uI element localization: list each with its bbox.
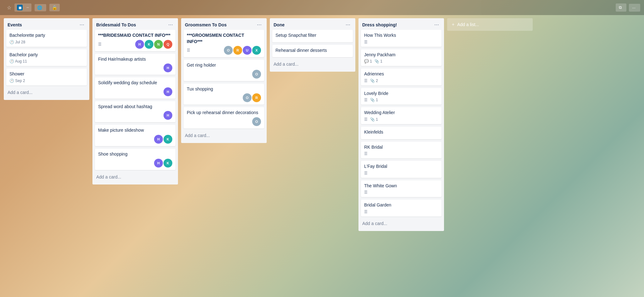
card-dr3[interactable]: Adriennes☰📎 2 <box>361 69 441 85</box>
card-b1[interactable]: ***BRIDESMAID CONTACT INFO***☰HKNQ <box>95 30 175 51</box>
card-e3[interactable]: Shower🕐 Sep 2 <box>6 69 87 85</box>
list-bridesmaid: Bridesmaid To Dos···***BRIDESMAID CONTAC… <box>92 18 178 184</box>
add-card-bridesmaid[interactable]: Add a card... <box>94 173 177 182</box>
copy-board-button[interactable]: ⧉ <box>616 3 626 12</box>
card-meta-g4: O <box>187 117 261 126</box>
card-title-b5: Make picture slideshow <box>98 127 172 134</box>
card-title-dr4: Lovely Bride <box>364 91 438 97</box>
card-d2[interactable]: Rehearsal dinner desserts <box>272 45 353 58</box>
list-cards-groomsmen: ***GROOMSMEN CONTACT INFO***☰ORUXGet rin… <box>181 30 267 131</box>
card-g3[interactable]: Tux shoppingOR <box>184 84 264 105</box>
list-cards-dress: How This Works☰Jenny Packham💬 1📎 1Adrien… <box>358 30 444 219</box>
card-meta-dr3: ☰📎 2 <box>364 79 438 83</box>
list-menu-bridesmaid[interactable]: ··· <box>167 21 174 28</box>
card-title-b6: Shoe shopping <box>98 151 172 157</box>
desc-icon-dr10: ☰ <box>364 210 368 214</box>
avatar-gr1: O <box>224 46 233 55</box>
card-b2[interactable]: Find Hair/makeup artistsH <box>95 54 175 75</box>
list-header-dress: Dress shopping!··· <box>358 18 444 30</box>
card-dr2[interactable]: Jenny Packham💬 1📎 1 <box>361 49 441 66</box>
card-dr4[interactable]: Lovely Bride☰📎 1 <box>361 88 441 105</box>
avatars-g4: O <box>252 117 261 126</box>
card-title-dr7: RK Bridal <box>364 144 438 151</box>
card-meta-e3: 🕐 Sep 2 <box>9 79 84 83</box>
card-title-b1: ***BRIDESMAID CONTACT INFO*** <box>98 32 172 39</box>
list-header-done: Done··· <box>270 18 355 30</box>
card-title-dr8: L'Fay Bridal <box>364 163 438 170</box>
card-title-e1: Bachelorette party <box>9 32 84 39</box>
card-dr6[interactable]: Kleinfelds <box>361 127 441 139</box>
card-g2[interactable]: Get ring holderO <box>184 60 264 81</box>
card-g1[interactable]: ***GROOMSMEN CONTACT INFO***☰ORUX <box>184 30 264 57</box>
card-e2[interactable]: Bachelor party🕐 Aug 11 <box>6 49 87 66</box>
card-title-b2: Find Hair/makeup artists <box>98 56 172 63</box>
card-meta-b1: ☰HKNQ <box>98 40 172 49</box>
card-title-b3: Solidify wedding day schedule <box>98 80 172 86</box>
show-menu-button[interactable]: ··· <box>629 4 640 12</box>
card-b4[interactable]: Spread word about hashtagH <box>95 101 175 123</box>
card-title-b4: Spread word about hashtag <box>98 104 172 110</box>
card-title-dr1: How This Works <box>364 32 438 39</box>
card-title-d2: Rehearsal dinner desserts <box>275 47 350 54</box>
header-actions: ⧉ ··· <box>616 3 640 12</box>
list-header-events: Events··· <box>4 18 89 30</box>
avatar-br1: H <box>135 40 144 49</box>
avatars-b6: HK <box>154 159 172 168</box>
add-card-dress[interactable]: Add a card... <box>360 219 443 228</box>
avatars-g2: O <box>252 70 261 79</box>
workspace-badge[interactable]: ▦ <box>14 3 31 12</box>
list-menu-done[interactable]: ··· <box>344 21 352 28</box>
card-date-e1: 🕐 Jul 28 <box>9 40 25 44</box>
card-meta-dr4: ☰📎 1 <box>364 98 438 102</box>
add-card-events[interactable]: Add a card... <box>5 88 88 97</box>
list-title-events: Events <box>8 22 78 27</box>
card-meta-dr2: 💬 1📎 1 <box>364 59 438 63</box>
card-meta-e2: 🕐 Aug 11 <box>9 59 84 63</box>
card-title-dr9: The White Gown <box>364 183 438 189</box>
avatar-gr8: O <box>252 117 261 126</box>
card-title-dr2: Jenny Packham <box>364 52 438 58</box>
visibility-badge[interactable]: 🌐 <box>35 4 46 11</box>
list-title-done: Done <box>274 22 344 27</box>
card-b3[interactable]: Solidify wedding day scheduleH <box>95 77 175 99</box>
star-icon[interactable]: ☆ <box>7 5 11 11</box>
card-meta-b6: HK <box>98 159 172 168</box>
avatar-gr2: R <box>233 46 242 55</box>
card-dr8[interactable]: L'Fay Bridal☰ <box>361 161 441 178</box>
card-dr10[interactable]: Bridal Garden☰ <box>361 200 441 217</box>
card-meta-g3: OR <box>187 93 261 102</box>
list-header-groomsmen: Groomsmen To Dos··· <box>181 18 267 30</box>
card-meta-dr5: ☰📎 1 <box>364 117 438 122</box>
card-dr9[interactable]: The White Gown☰ <box>361 180 441 197</box>
add-card-done[interactable]: Add a card... <box>271 60 354 69</box>
card-title-g3: Tux shopping <box>187 86 261 92</box>
list-dress: Dress shopping!···How This Works☰Jenny P… <box>358 18 444 231</box>
card-meta-g1: ☰ORUX <box>187 46 261 55</box>
card-e1[interactable]: Bachelorette party🕐 Jul 28 <box>6 30 87 47</box>
avatar-gr3: U <box>243 46 252 55</box>
card-g4[interactable]: Pick up rehearsal dinner decorationsO <box>184 107 264 129</box>
card-dr7[interactable]: RK Bridal☰ <box>361 142 441 159</box>
desc-icon-dr7: ☰ <box>364 151 368 156</box>
card-d1[interactable]: Setup Snapchat filter <box>272 30 353 42</box>
attachment-count-dr3: 📎 2 <box>370 79 378 83</box>
list-title-groomsmen: Groomsmen To Dos <box>185 22 256 27</box>
list-menu-dress[interactable]: ··· <box>433 21 440 28</box>
list-title-dress: Dress shopping! <box>362 22 433 27</box>
card-date-e3: 🕐 Sep 2 <box>9 79 25 83</box>
card-meta-e1: 🕐 Jul 28 <box>9 40 84 44</box>
card-b5[interactable]: Make picture slideshowHK <box>95 125 175 146</box>
card-dr1[interactable]: How This Works☰ <box>361 30 441 47</box>
card-meta-b5: HK <box>98 135 172 144</box>
avatars-b5: HK <box>154 135 172 144</box>
card-title-dr5: Wedding Atelier <box>364 110 438 116</box>
avatar-br8: H <box>154 135 163 144</box>
card-meta-dr1: ☰ <box>364 40 438 44</box>
card-b6[interactable]: Shoe shoppingHK <box>95 149 175 170</box>
list-menu-events[interactable]: ··· <box>78 21 86 28</box>
card-dr5[interactable]: Wedding Atelier☰📎 1 <box>361 107 441 124</box>
list-menu-groomsmen[interactable]: ··· <box>256 21 263 28</box>
add-card-groomsmen[interactable]: Add a card... <box>182 131 265 140</box>
add-list-button[interactable]: ＋Add a list... <box>447 18 533 31</box>
lock-icon[interactable]: 🔒 <box>49 4 60 11</box>
